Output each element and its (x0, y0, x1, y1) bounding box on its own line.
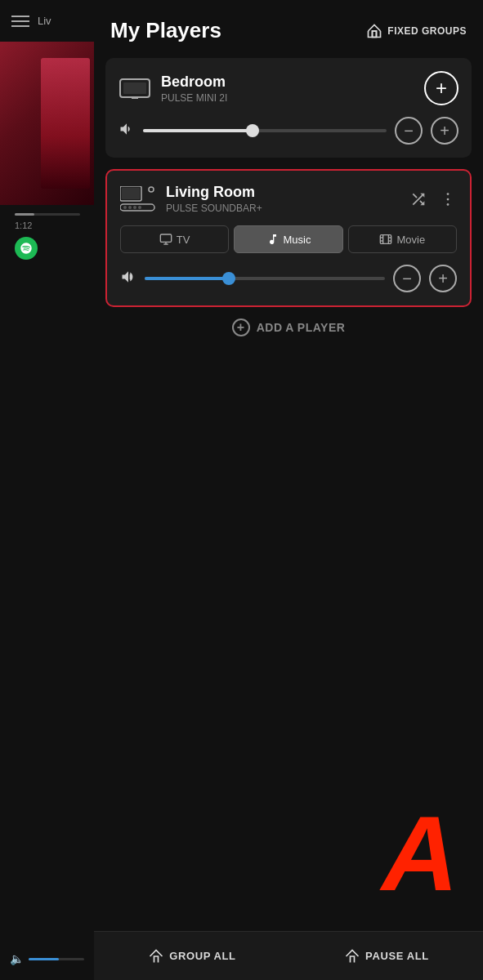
tv-mode-tab[interactable]: TV (120, 225, 229, 253)
svg-rect-5 (122, 188, 140, 199)
album-art (0, 42, 94, 205)
track-time: 1:12 (0, 216, 94, 230)
svg-point-8 (128, 206, 132, 209)
bottom-bar: GROUP ALL PAUSE ALL (94, 931, 483, 980)
tv-tab-label: TV (177, 234, 190, 246)
bedroom-volume-slider[interactable] (143, 129, 387, 132)
living-room-player-info: Living Room PULSE SOUNDBAR+ (120, 184, 262, 214)
menu-icon[interactable] (11, 16, 29, 27)
bedroom-add-button[interactable]: + (424, 71, 458, 105)
bedroom-player-name: Bedroom (161, 74, 227, 91)
add-player-button[interactable]: + ADD A PLAYER (232, 318, 346, 336)
svg-point-9 (133, 206, 136, 209)
bedroom-player-info: Bedroom PULSE MINI 2I (119, 74, 227, 104)
svg-point-11 (149, 187, 154, 192)
bedroom-volume-plus[interactable]: + (431, 117, 458, 145)
group-all-house-icon (148, 948, 164, 964)
fixed-groups-button[interactable]: FIXED GROUPS (366, 23, 467, 39)
bedroom-player-card: Bedroom PULSE MINI 2I + − + (105, 58, 472, 158)
living-room-volume-row: − + (120, 265, 457, 292)
living-room-mode-tabs: TV Music Movie (120, 225, 457, 253)
fixed-groups-label: FIXED GROUPS (387, 25, 467, 37)
sidebar-label: Liv (38, 15, 51, 27)
group-all-label: GROUP ALL (169, 950, 235, 962)
pause-all-label: PAUSE ALL (365, 950, 429, 962)
add-player-circle-icon: + (232, 318, 250, 336)
svg-point-10 (138, 206, 141, 209)
living-room-device-icon (120, 186, 156, 212)
music-tab-label: Music (284, 234, 311, 246)
svg-point-14 (447, 203, 449, 206)
living-room-volume-minus[interactable]: − (393, 265, 421, 292)
svg-point-7 (123, 206, 127, 209)
bedroom-volume-row: − + (119, 117, 458, 145)
svg-rect-2 (123, 82, 146, 94)
living-room-volume-plus[interactable]: + (429, 265, 457, 292)
movie-tab-label: Movie (396, 234, 425, 246)
page-title: My Players (110, 18, 221, 43)
sidebar: Liv 1:12 🔈 (0, 0, 94, 980)
svg-rect-15 (160, 234, 171, 242)
sidebar-volume: 🔈 (0, 952, 94, 965)
more-options-button[interactable] (439, 190, 457, 208)
living-room-player-card: Living Room PULSE SOUNDBAR+ (105, 169, 472, 307)
sidebar-vol-track (29, 958, 84, 960)
svg-rect-0 (373, 31, 377, 38)
living-room-player-name: Living Room (166, 184, 262, 201)
pause-all-house-icon (344, 948, 360, 964)
bedroom-player-model: PULSE MINI 2I (161, 92, 227, 104)
bedroom-volume-icon (119, 121, 135, 140)
volume-icon: 🔈 (10, 952, 24, 965)
house-icon (366, 23, 382, 39)
bedroom-device-icon (119, 76, 151, 100)
pause-all-button[interactable]: PAUSE ALL (344, 948, 429, 964)
svg-rect-3 (132, 97, 138, 99)
spotify-icon (15, 237, 38, 260)
music-mode-tab[interactable]: Music (234, 225, 342, 253)
living-room-volume-slider[interactable] (145, 277, 385, 280)
svg-point-12 (447, 193, 449, 195)
living-room-player-model: PULSE SOUNDBAR+ (166, 203, 262, 214)
svg-rect-16 (381, 235, 391, 244)
svg-point-13 (447, 198, 449, 200)
shuffle-button[interactable] (409, 190, 427, 208)
living-room-volume-icon (120, 269, 136, 288)
header: My Players FIXED GROUPS (94, 0, 483, 58)
add-player-label: ADD A PLAYER (257, 321, 346, 334)
group-all-button[interactable]: GROUP ALL (148, 948, 235, 964)
watermark-a: A (382, 800, 458, 906)
movie-mode-tab[interactable]: Movie (348, 225, 457, 253)
progress-bar (15, 213, 80, 216)
bedroom-volume-minus[interactable]: − (395, 117, 423, 145)
main-panel: My Players FIXED GROUPS (94, 0, 483, 980)
living-room-actions (409, 190, 457, 208)
